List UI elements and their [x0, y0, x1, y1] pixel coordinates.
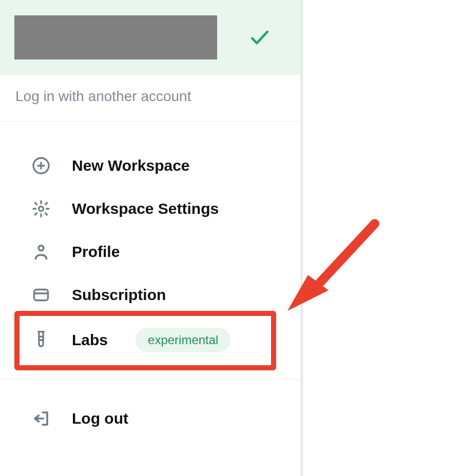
login-another-account-link[interactable]: Log in with another account — [0, 75, 301, 122]
menu-item-workspace-settings[interactable]: Workspace Settings — [0, 187, 301, 230]
menu-item-logout[interactable]: Log out — [0, 397, 301, 440]
svg-line-18 — [308, 224, 375, 295]
svg-line-10 — [35, 213, 36, 214]
svg-line-11 — [45, 203, 47, 204]
panel-shadow — [302, 0, 305, 476]
plus-circle-icon — [31, 155, 51, 176]
user-icon — [31, 242, 51, 262]
svg-point-12 — [38, 246, 44, 251]
menu-list: New Workspace Workspace Settings — [0, 122, 301, 463]
menu-item-subscription[interactable]: Subscription — [0, 273, 301, 316]
credit-card-icon — [31, 285, 51, 305]
checkmark-icon — [248, 26, 286, 49]
current-account-row[interactable] — [0, 0, 301, 75]
svg-line-7 — [45, 213, 47, 214]
experimental-badge: experimental — [136, 328, 230, 352]
menu-label: Workspace Settings — [72, 200, 219, 217]
account-menu-panel: Log in with another account New Workspac… — [0, 0, 302, 476]
menu-label: Subscription — [72, 286, 166, 304]
menu-label: Log out — [72, 410, 128, 427]
account-info-redacted — [14, 15, 217, 60]
gear-icon — [31, 199, 51, 219]
menu-label: New Workspace — [72, 157, 190, 174]
menu-item-new-workspace[interactable]: New Workspace — [0, 144, 301, 187]
menu-item-profile[interactable]: Profile — [0, 230, 301, 273]
logout-icon — [31, 408, 51, 429]
test-tube-icon — [31, 330, 51, 350]
svg-point-3 — [39, 207, 44, 211]
svg-line-6 — [35, 203, 36, 204]
menu-label: Labs — [72, 331, 108, 349]
menu-item-labs[interactable]: Labs experimental — [0, 316, 301, 364]
menu-label: Profile — [72, 243, 120, 261]
svg-rect-13 — [34, 290, 48, 301]
